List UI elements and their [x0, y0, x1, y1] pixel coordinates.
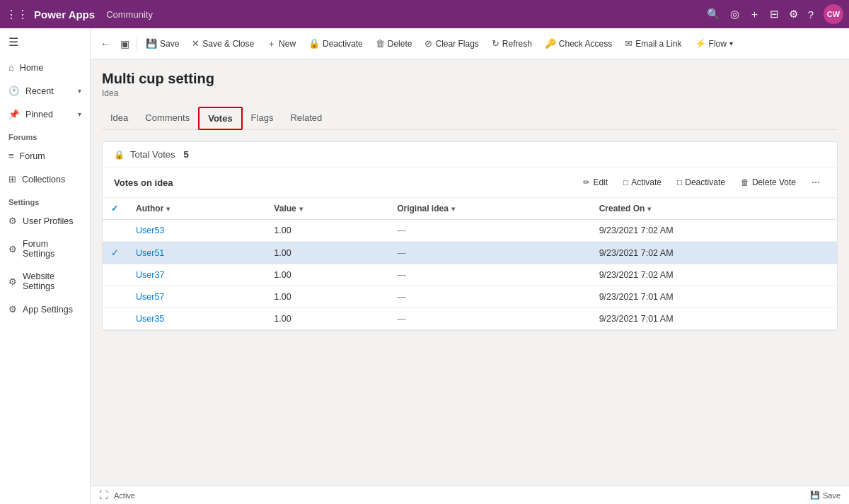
votes-table-body: User53 1.00 --- 9/23/2021 7:02 AM ✓ User… [103, 220, 837, 330]
view-button[interactable]: ▣ [116, 35, 134, 52]
sidebar: ☰ ⌂ Home 🕐 Recent ▾ 📌 Pinned ▾ Forums ≡ … [0, 28, 91, 504]
save-icon: 💾 [146, 38, 157, 49]
save-close-icon: ✕ [192, 38, 200, 49]
status-left: ⛶ Active [99, 490, 135, 500]
author-link[interactable]: User51 [136, 248, 164, 258]
app-grid-icon[interactable]: ⋮⋮ [6, 8, 28, 21]
col-value[interactable]: Value ▾ [265, 198, 388, 220]
settings-icon[interactable]: ⚙ [789, 8, 798, 20]
flow-chevron-icon: ▾ [729, 40, 733, 47]
env-name: Community [106, 9, 153, 20]
save-close-button[interactable]: ✕ Save & Close [186, 35, 260, 52]
status-right[interactable]: 💾 Save [810, 491, 841, 500]
sidebar-forum-settings-label: Forum Settings [23, 239, 81, 259]
refresh-button[interactable]: ↻ Refresh [486, 35, 538, 52]
sidebar-forum-label: Forum [20, 151, 45, 161]
check-access-button[interactable]: 🔑 Check Access [539, 35, 618, 52]
flow-button[interactable]: ⚡ Flow ▾ [689, 35, 739, 52]
sidebar-item-website-settings[interactable]: ⚙ Website Settings [0, 265, 90, 298]
tab-flags[interactable]: Flags [243, 107, 282, 129]
pin-icon: 📌 [8, 109, 20, 119]
sidebar-item-user-profiles[interactable]: ⚙ User Profiles [0, 209, 90, 233]
row-author-cell: User53 [127, 220, 265, 242]
flow-icon: ⚡ [695, 38, 706, 49]
col-author[interactable]: Author ▾ [127, 198, 265, 220]
save-button[interactable]: 💾 Save [140, 35, 185, 52]
status-save-icon: 💾 [810, 491, 820, 500]
check-access-icon: 🔑 [545, 38, 556, 49]
table-row[interactable]: User35 1.00 --- 9/23/2021 7:01 AM [103, 308, 837, 330]
edit-vote-button[interactable]: ✏ Edit [577, 175, 613, 190]
delete-button[interactable]: 🗑 Delete [370, 35, 418, 52]
delete-vote-button[interactable]: 🗑 Delete Vote [735, 175, 802, 190]
tab-related[interactable]: Related [282, 107, 330, 129]
expand-icon[interactable]: ⛶ [99, 490, 108, 500]
table-row[interactable]: User53 1.00 --- 9/23/2021 7:02 AM [103, 220, 837, 242]
sidebar-item-forum-settings[interactable]: ⚙ Forum Settings [0, 233, 90, 265]
sidebar-collections-label: Collections [22, 175, 65, 184]
activate-vote-button[interactable]: □ Activate [618, 175, 667, 190]
add-icon[interactable]: ＋ [749, 8, 760, 21]
col-created-on[interactable]: Created On ▾ [591, 198, 837, 220]
table-row[interactable]: User37 1.00 --- 9/23/2021 7:02 AM [103, 264, 837, 286]
row-check-cell [103, 286, 127, 308]
row-check-cell [103, 220, 127, 242]
row-created-on-cell: 9/23/2021 7:02 AM [591, 264, 837, 286]
row-original-idea-cell: --- [388, 242, 590, 264]
author-link[interactable]: User53 [136, 225, 164, 235]
goal-icon[interactable]: ◎ [730, 8, 739, 20]
sidebar-app-settings-label: App Settings [23, 305, 73, 315]
filter-icon[interactable]: ⊟ [770, 8, 779, 20]
row-original-idea-cell: --- [388, 286, 590, 308]
sidebar-user-profiles-label: User Profiles [23, 216, 74, 226]
sidebar-item-home[interactable]: ⌂ Home [0, 56, 90, 79]
author-link[interactable]: User57 [136, 292, 164, 302]
collections-icon: ⊞ [8, 174, 16, 184]
sidebar-item-collections[interactable]: ⊞ Collections [0, 168, 90, 191]
sidebar-pinned-inner: 📌 Pinned [8, 109, 53, 119]
author-link[interactable]: User37 [136, 270, 164, 280]
author-link[interactable]: User35 [136, 314, 164, 324]
sidebar-recent-label: Recent [25, 86, 54, 96]
app-name: Power Apps [34, 8, 95, 20]
sidebar-item-pinned[interactable]: 📌 Pinned ▾ [0, 102, 90, 126]
more-actions-button[interactable]: ⋯ [806, 175, 826, 190]
row-check-cell [103, 264, 127, 286]
main-layout: ☰ ⌂ Home 🕐 Recent ▾ 📌 Pinned ▾ Forums ≡ … [0, 28, 849, 504]
tab-comments[interactable]: Comments [137, 107, 198, 129]
sidebar-item-recent[interactable]: 🕐 Recent ▾ [0, 79, 90, 102]
tab-votes[interactable]: Votes [198, 107, 242, 130]
avatar[interactable]: CW [824, 4, 843, 24]
delete-vote-icon: 🗑 [741, 177, 749, 187]
row-created-on-cell: 9/23/2021 7:01 AM [591, 308, 837, 330]
total-votes-row: 🔒 Total Votes 5 [114, 149, 189, 160]
clear-flags-button[interactable]: ⊘ Clear Flags [419, 35, 484, 52]
clear-flags-icon: ⊘ [424, 38, 432, 49]
email-link-button[interactable]: ✉ Email a Link [619, 35, 687, 52]
table-row[interactable]: User57 1.00 --- 9/23/2021 7:01 AM [103, 286, 837, 308]
status-save-label[interactable]: Save [823, 491, 841, 500]
user-profiles-icon: ⚙ [8, 216, 17, 226]
row-value-cell: 1.00 [265, 220, 388, 242]
hamburger-icon[interactable]: ☰ [0, 28, 90, 56]
sidebar-item-forum[interactable]: ≡ Forum [0, 144, 90, 168]
new-button[interactable]: ＋ New [261, 34, 301, 54]
total-votes-value: 5 [184, 149, 189, 160]
tab-idea[interactable]: Idea [102, 107, 137, 129]
back-button[interactable]: ← [96, 35, 115, 52]
row-original-idea-cell: --- [388, 308, 590, 330]
table-row[interactable]: ✓ User51 1.00 --- 9/23/2021 7:02 AM [103, 242, 837, 264]
col-original-idea[interactable]: Original idea ▾ [388, 198, 590, 220]
sidebar-recent-inner: 🕐 Recent [8, 86, 54, 96]
tabs-bar: Idea Comments Votes Flags Related [102, 107, 838, 130]
help-icon[interactable]: ? [808, 8, 814, 20]
search-icon[interactable]: 🔍 [707, 8, 720, 20]
deactivate-vote-button[interactable]: □ Deactivate [671, 175, 731, 190]
page-content: Multi cup setting Idea Idea Comments Vot… [91, 59, 849, 486]
author-sort-icon: ▾ [166, 205, 170, 213]
sidebar-item-app-settings[interactable]: ⚙ App Settings [0, 298, 90, 321]
forum-icon: ≡ [8, 151, 14, 161]
forums-section-label: Forums [0, 126, 90, 144]
row-author-cell: User35 [127, 308, 265, 330]
deactivate-button[interactable]: 🔒 Deactivate [303, 35, 369, 52]
